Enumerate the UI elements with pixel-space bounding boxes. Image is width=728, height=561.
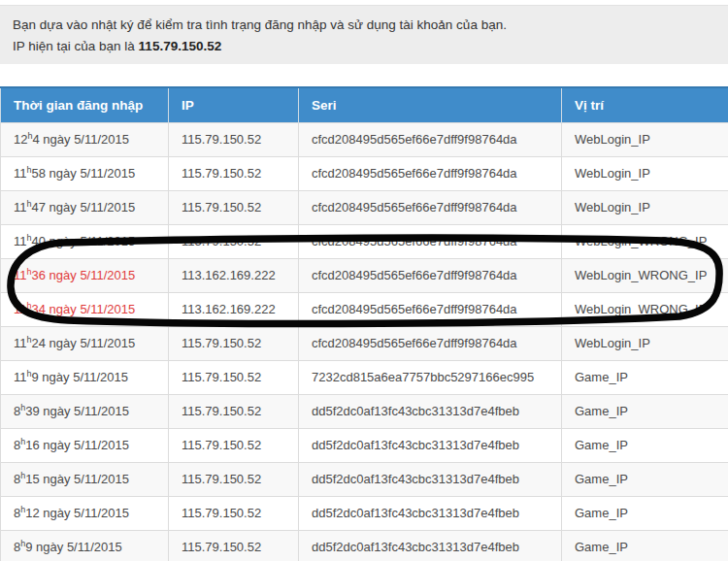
cell-seri: cfcd208495d565ef66e7dff9f98764da [299,156,562,190]
current-ip-label: IP hiện tại của bạn là [13,39,139,53]
cell-ip: 115.79.150.52 [169,156,299,190]
cell-location: WebLogin_IP [562,326,728,360]
hour-superscript: h [27,369,32,379]
cell-login-time: 8h15 ngày 5/11/2015 [1,462,169,496]
login-table-row: 8h39 ngày 5/11/2015115.79.150.52dd5f2dc0… [1,394,728,428]
cell-login-time: 11h47 ngày 5/11/2015 [1,190,169,224]
cell-login-time: 11h36 ngày 5/11/2015 [1,258,169,292]
info-line-2: IP hiện tại của bạn là 115.79.150.52 [13,36,714,57]
login-table-row: 11h36 ngày 5/11/2015113.162.169.222cfcd2… [1,258,728,292]
login-table-row: 8h16 ngày 5/11/2015115.79.150.52dd5f2dc0… [1,428,728,462]
cell-seri: dd5f2dc0af13fc43cbc31313d7e4fbeb [299,530,562,561]
cell-ip: 113.162.169.222 [169,292,299,326]
hour-superscript: h [27,335,32,345]
cell-seri: cfcd208495d565ef66e7dff9f98764da [299,258,562,292]
cell-login-time: 8h12 ngày 5/11/2015 [1,496,169,530]
hour-superscript: h [20,471,25,480]
current-ip-value: 115.79.150.52 [139,39,222,53]
login-table-row: 8h9 ngày 5/11/2015115.79.150.52dd5f2dc0a… [1,530,728,561]
cell-ip: 115.79.150.52 [169,190,299,224]
cell-seri: dd5f2dc0af13fc43cbc31313d7e4fbeb [299,394,562,428]
cell-ip: 115.79.150.52 [169,428,299,462]
login-table-row: 11h24 ngày 5/11/2015115.79.150.52cfcd208… [1,326,728,360]
login-table-row: 11h47 ngày 5/11/2015115.79.150.52cfcd208… [1,190,728,224]
login-table-row: 8h15 ngày 5/11/2015115.79.150.52dd5f2dc0… [1,462,728,496]
cell-location: WebLogin_IP [562,156,728,190]
cell-login-time: 12h4 ngày 5/11/2015 [1,122,169,156]
cell-location: WebLogin_WRONG_IP [562,292,728,326]
cell-ip: 115.79.150.52 [169,530,299,561]
hour-superscript: h [20,505,25,514]
login-history-table: Thời gian đăng nhập IP Seri Vị trí 12h4 … [0,86,728,561]
cell-location: WebLogin_WRONG_IP [562,224,728,258]
cell-seri: cfcd208495d565ef66e7dff9f98764da [299,190,562,224]
cell-location: WebLogin_IP [562,122,728,156]
login-table-row: 11h9 ngày 5/11/2015115.79.150.527232cd81… [1,360,728,394]
cell-seri: cfcd208495d565ef66e7dff9f98764da [299,122,562,156]
cell-login-time: 8h9 ngày 5/11/2015 [1,530,169,561]
cell-login-time: 8h16 ngày 5/11/2015 [1,428,169,462]
cell-ip: 115.79.150.52 [169,360,299,394]
cell-login-time: 11h9 ngày 5/11/2015 [1,360,169,394]
hour-superscript: h [27,267,32,277]
cell-seri: cfcd208495d565ef66e7dff9f98764da [299,292,562,326]
login-table-row: 11h40 ngày 5/11/2015115.79.150.52cfcd208… [1,224,728,258]
login-table-row: 11h34 ngày 5/11/2015113.162.169.222cfcd2… [1,292,728,326]
cell-ip: 115.79.150.52 [169,462,299,496]
cell-seri: cfcd208495d565ef66e7dff9f98764da [299,224,562,258]
login-table-row: 11h58 ngày 5/11/2015115.79.150.52cfcd208… [1,156,728,190]
hour-superscript: h [20,539,25,548]
cell-login-time: 11h40 ngày 5/11/2015 [1,224,169,258]
cell-seri: 7232cd815a6ea7757bbc5297166ec995 [299,360,562,394]
cell-seri: cfcd208495d565ef66e7dff9f98764da [299,326,562,360]
cell-ip: 113.162.169.222 [169,258,299,292]
cell-location: Game_IP [562,428,728,462]
cell-location: Game_IP [562,496,728,530]
cell-location: Game_IP [562,462,728,496]
cell-login-time: 11h24 ngày 5/11/2015 [1,326,169,360]
cell-ip: 115.79.150.52 [169,326,299,360]
cell-seri: dd5f2dc0af13fc43cbc31313d7e4fbeb [299,496,562,530]
cell-ip: 115.79.150.52 [169,394,299,428]
cell-location: Game_IP [562,530,728,561]
cell-location: WebLogin_WRONG_IP [562,258,728,292]
column-header-login-time: Thời gian đăng nhập [1,87,169,122]
login-table-row: 12h4 ngày 5/11/2015115.79.150.52cfcd2084… [1,122,728,156]
cell-ip: 115.79.150.52 [169,224,299,258]
login-info-box: Bạn dựa vào nhật ký để kiểm tra tình trạ… [0,5,728,64]
column-header-ip: IP [169,87,299,122]
cell-location: Game_IP [562,360,728,394]
column-header-seri: Seri [299,87,562,122]
cell-seri: dd5f2dc0af13fc43cbc31313d7e4fbeb [299,428,562,462]
hour-superscript: h [27,301,32,311]
login-table-row: 8h12 ngày 5/11/2015115.79.150.52dd5f2dc0… [1,496,728,530]
hour-superscript: h [27,131,32,141]
info-line-1: Bạn dựa vào nhật ký để kiểm tra tình trạ… [13,15,714,36]
cell-seri: dd5f2dc0af13fc43cbc31313d7e4fbeb [299,462,562,496]
login-table-header: Thời gian đăng nhập IP Seri Vị trí [1,87,728,122]
cell-login-time: 11h58 ngày 5/11/2015 [1,156,169,190]
hour-superscript: h [20,437,25,446]
cell-login-time: 11h34 ngày 5/11/2015 [1,292,169,326]
login-table-body: 12h4 ngày 5/11/2015115.79.150.52cfcd2084… [1,122,728,561]
column-header-location: Vị trí [562,87,728,122]
hour-superscript: h [27,199,32,209]
hour-superscript: h [27,165,32,175]
cell-ip: 115.79.150.52 [169,122,299,156]
cell-ip: 115.79.150.52 [169,496,299,530]
cell-location: WebLogin_IP [562,190,728,224]
hour-superscript: h [27,233,32,243]
hour-superscript: h [20,403,25,412]
cell-login-time: 8h39 ngày 5/11/2015 [1,394,169,428]
cell-location: Game_IP [562,394,728,428]
